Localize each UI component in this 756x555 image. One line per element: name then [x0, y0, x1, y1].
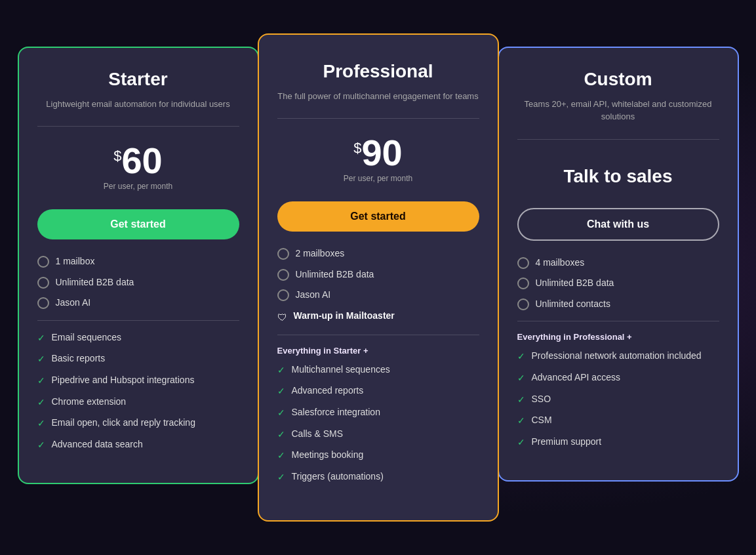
feature-text: 4 mailboxes	[536, 257, 585, 270]
professional-price-block: $90 Per user, per month	[277, 134, 479, 183]
circle-icon	[517, 298, 529, 310]
check-icon: ✓	[277, 449, 285, 462]
starter-currency: $	[113, 148, 121, 165]
feature-text: Meetings booking	[292, 449, 364, 462]
check-icon: ✓	[517, 372, 525, 385]
feature-text: Unlimited B2B data	[296, 268, 374, 281]
professional-divider-1	[277, 118, 479, 119]
feature-text: Jason AI	[56, 297, 91, 310]
feature-text: Unlimited contacts	[536, 298, 610, 311]
professional-plan-name: Professional	[277, 61, 479, 82]
professional-circle-features: 2 mailboxes Unlimited B2B data Jason AI …	[277, 247, 479, 324]
list-item: ✓Calls & SMS	[277, 428, 479, 442]
starter-card: Starter Lightweight email automation for…	[18, 47, 259, 485]
custom-divider-2	[517, 321, 719, 321]
feature-text: CSM	[532, 414, 552, 427]
feature-text: Professional network automation included	[532, 350, 702, 363]
starter-description: Lightweight email automation for individ…	[37, 98, 239, 111]
feature-text: Warm-up in Mailtoaster	[294, 310, 395, 323]
check-icon: ✓	[37, 439, 45, 452]
circle-icon	[517, 278, 529, 289]
check-icon: ✓	[37, 417, 45, 430]
shield-icon: 🛡	[277, 310, 287, 324]
starter-amount: 60	[121, 140, 162, 181]
starter-plan-name: Starter	[37, 69, 239, 90]
feature-text: Advanced data search	[52, 438, 143, 451]
feature-text: 1 mailbox	[56, 255, 95, 268]
feature-text: Email open, click and reply tracking	[52, 417, 195, 430]
list-item: ✓Basic reports	[37, 352, 239, 366]
professional-check-features: ✓Multichannel sequences ✓Advanced report…	[277, 363, 479, 484]
starter-check-features: ✓Email sequences ✓Basic reports ✓Pipedri…	[37, 331, 239, 452]
feature-text: Triggers (automations)	[292, 470, 384, 483]
starter-period: Per user, per month	[37, 182, 239, 191]
list-item: Unlimited B2B data	[517, 277, 719, 290]
professional-period: Per user, per month	[277, 174, 479, 183]
starter-cta-button[interactable]: Get started	[37, 209, 239, 239]
list-item: 4 mailboxes	[517, 257, 719, 270]
pricing-container: Starter Lightweight email automation for…	[18, 33, 739, 522]
list-item: ✓Triggers (automations)	[277, 470, 479, 484]
feature-text: 2 mailboxes	[296, 247, 345, 260]
check-icon: ✓	[517, 415, 525, 428]
talk-to-sales-text: Talk to sales	[517, 166, 719, 187]
feature-text: Email sequences	[52, 331, 122, 344]
list-item: ✓CSM	[517, 414, 719, 428]
check-icon: ✓	[37, 332, 45, 345]
feature-text: SSO	[532, 393, 551, 406]
check-icon: ✓	[517, 394, 525, 407]
circle-icon	[517, 257, 529, 269]
list-item: ✓Salesforce integration	[277, 406, 479, 420]
feature-text: Chrome extension	[52, 396, 127, 409]
list-item: ✓SSO	[517, 393, 719, 407]
custom-cta-button[interactable]: Chat with us	[517, 208, 719, 241]
starter-divider-2	[37, 320, 239, 321]
professional-description: The full power of multichannel engagemen…	[277, 90, 479, 103]
feature-text: Jason AI	[296, 289, 331, 302]
check-icon: ✓	[37, 353, 45, 366]
list-item: 1 mailbox	[37, 255, 239, 268]
list-item: ✓Email open, click and reply tracking	[37, 417, 239, 430]
starter-price-block: $60 Per user, per month	[37, 142, 239, 191]
list-item: ✓Advanced API access	[517, 371, 719, 385]
professional-section-label: Everything in Starter +	[277, 346, 479, 356]
feature-text: Basic reports	[52, 352, 106, 365]
circle-icon	[37, 256, 49, 268]
list-item: ✓Professional network automation include…	[517, 350, 719, 363]
circle-icon	[277, 269, 289, 281]
custom-divider-1	[517, 139, 719, 140]
list-item: Unlimited B2B data	[277, 268, 479, 281]
list-item: ✓Meetings booking	[277, 449, 479, 462]
check-icon: ✓	[37, 375, 45, 388]
professional-amount: 90	[361, 132, 402, 173]
starter-circle-features: 1 mailbox Unlimited B2B data Jason AI	[37, 255, 239, 310]
custom-plan-name: Custom	[517, 69, 719, 90]
list-item: Unlimited B2B data	[37, 276, 239, 289]
check-icon: ✓	[277, 364, 285, 377]
professional-cta-button[interactable]: Get started	[277, 201, 479, 232]
professional-divider-2	[277, 335, 479, 335]
list-item: ✓Advanced data search	[37, 438, 239, 452]
list-item: 2 mailboxes	[277, 247, 479, 260]
list-item: ✓Chrome extension	[37, 396, 239, 409]
feature-text: Unlimited B2B data	[56, 276, 134, 289]
list-item: ✓Multichannel sequences	[277, 363, 479, 377]
feature-text: Premium support	[532, 436, 602, 449]
starter-divider-1	[37, 126, 239, 127]
professional-currency: $	[353, 140, 361, 157]
check-icon: ✓	[277, 385, 285, 398]
list-item: ✓Email sequences	[37, 331, 239, 345]
check-icon: ✓	[277, 428, 285, 442]
check-icon: ✓	[37, 396, 45, 409]
feature-text: Multichannel sequences	[292, 363, 390, 377]
custom-description: Teams 20+, email API, whitelabel and cus…	[517, 98, 719, 123]
circle-icon	[37, 297, 49, 309]
list-item: Jason AI	[37, 297, 239, 310]
feature-text: Advanced API access	[532, 371, 620, 384]
circle-icon	[277, 248, 289, 260]
list-item: ✓Pipedrive and Hubspot integrations	[37, 374, 239, 388]
check-icon: ✓	[277, 407, 285, 420]
custom-section-label: Everything in Professional +	[517, 332, 719, 342]
list-item: 🛡Warm-up in Mailtoaster	[277, 310, 479, 324]
circle-icon	[37, 277, 49, 289]
